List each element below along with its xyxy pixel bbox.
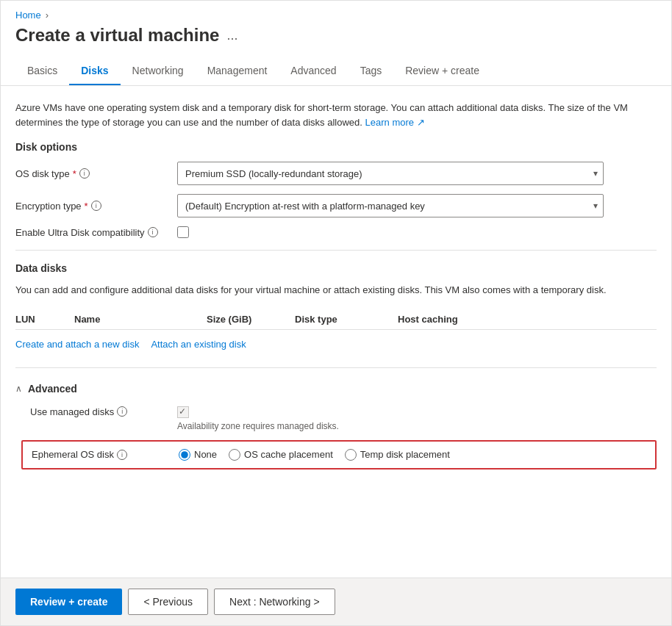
availability-note: Availability zone requires managed disks… xyxy=(177,421,339,431)
ultra-disk-label: Enable Ultra Disk compatibility i xyxy=(15,227,177,238)
os-disk-type-row: OS disk type * i Premium SSD (locally-re… xyxy=(15,162,657,185)
attach-existing-disk-button[interactable]: Attach an existing disk xyxy=(151,339,246,350)
os-disk-info-icon[interactable]: i xyxy=(79,168,90,179)
data-disks-table-header: LUN Name Size (GiB) Disk type Host cachi… xyxy=(15,309,657,330)
tab-basics[interactable]: Basics xyxy=(15,57,69,85)
ephemeral-os-cache-option[interactable]: OS cache placement xyxy=(229,449,333,461)
col-lun: LUN xyxy=(15,314,74,325)
ultra-disk-checkbox[interactable] xyxy=(177,226,189,238)
encryption-type-label: Encryption type * i xyxy=(15,201,177,212)
home-link[interactable]: Home xyxy=(15,10,41,21)
os-disk-type-wrapper: Premium SSD (locally-redundant storage) … xyxy=(177,162,604,185)
footer: Review + create < Previous Next : Networ… xyxy=(1,578,671,625)
managed-disks-row: Use managed disks i Availability zone re… xyxy=(15,406,657,431)
advanced-section: ∧ Advanced Use managed disks i Availabil… xyxy=(15,383,657,469)
separator-1 xyxy=(15,250,657,251)
ephemeral-temp-disk-radio[interactable] xyxy=(345,449,357,461)
ephemeral-os-label: Ephemeral OS disk i xyxy=(32,449,179,460)
main-content: Azure VMs have one operating system disk… xyxy=(1,86,671,578)
external-link-icon: ↗ xyxy=(417,117,425,128)
ephemeral-os-cache-radio[interactable] xyxy=(229,449,240,461)
os-disk-type-label: OS disk type * i xyxy=(15,168,177,179)
encryption-type-select[interactable]: (Default) Encryption at-rest with a plat… xyxy=(177,194,604,217)
disk-description: Azure VMs have one operating system disk… xyxy=(15,101,657,129)
separator-2 xyxy=(15,367,657,368)
disk-options-title: Disk options xyxy=(15,141,657,153)
ephemeral-none-radio[interactable] xyxy=(179,449,190,461)
managed-disks-info-icon[interactable]: i xyxy=(117,406,127,417)
page-title: Create a virtual machine xyxy=(15,25,219,46)
managed-disks-label: Use managed disks i xyxy=(30,406,177,417)
tab-review-create[interactable]: Review + create xyxy=(393,57,491,85)
col-host-caching: Host caching xyxy=(398,314,515,325)
tab-networking[interactable]: Networking xyxy=(121,57,196,85)
ephemeral-os-disk-row: Ephemeral OS disk i None OS cache placem… xyxy=(21,440,657,469)
ultra-disk-row: Enable Ultra Disk compatibility i xyxy=(15,226,657,238)
table-actions: Create and attach a new disk Attach an e… xyxy=(15,333,657,356)
ephemeral-temp-disk-option[interactable]: Temp disk placement xyxy=(345,449,450,461)
breadcrumb-separator: › xyxy=(46,10,49,21)
managed-disks-checkbox-disabled xyxy=(177,406,189,418)
previous-button[interactable]: < Previous xyxy=(128,589,208,615)
col-disk-type: Disk type xyxy=(295,314,398,325)
collapse-icon: ∧ xyxy=(15,384,22,394)
page-options-button[interactable]: ... xyxy=(226,28,237,43)
data-disks-section: Data disks You can add and configure add… xyxy=(15,262,657,356)
tab-tags[interactable]: Tags xyxy=(348,57,394,85)
col-size: Size (GiB) xyxy=(207,314,295,325)
review-create-button[interactable]: Review + create xyxy=(15,589,122,615)
create-attach-disk-button[interactable]: Create and attach a new disk xyxy=(15,339,139,350)
col-name: Name xyxy=(74,314,207,325)
description-text: Azure VMs have one operating system disk… xyxy=(15,102,628,128)
ultra-disk-info-icon[interactable]: i xyxy=(148,227,158,237)
os-disk-required-star: * xyxy=(73,168,76,179)
encryption-type-wrapper: (Default) Encryption at-rest with a plat… xyxy=(177,194,604,217)
ephemeral-info-icon[interactable]: i xyxy=(117,450,127,460)
encryption-type-row: Encryption type * i (Default) Encryption… xyxy=(15,194,657,217)
advanced-header[interactable]: ∧ Advanced xyxy=(15,383,657,395)
encryption-required-star: * xyxy=(85,201,88,212)
managed-disks-right: Availability zone requires managed disks… xyxy=(177,406,339,431)
tab-disks[interactable]: Disks xyxy=(69,57,120,85)
ephemeral-none-label: None xyxy=(194,449,217,460)
learn-more-link[interactable]: Learn more ↗ xyxy=(365,117,425,128)
ephemeral-radio-group: None OS cache placement Temp disk placem… xyxy=(179,449,450,461)
tab-advanced[interactable]: Advanced xyxy=(279,57,348,85)
tab-bar: Basics Disks Networking Management Advan… xyxy=(1,57,671,86)
encryption-info-icon[interactable]: i xyxy=(91,201,101,211)
ephemeral-none-option[interactable]: None xyxy=(179,449,217,461)
data-disks-title: Data disks xyxy=(15,262,657,274)
advanced-section-title: Advanced xyxy=(28,383,77,395)
ephemeral-temp-disk-label: Temp disk placement xyxy=(360,449,450,460)
ephemeral-os-cache-label: OS cache placement xyxy=(244,449,333,460)
breadcrumb: Home › xyxy=(1,1,671,25)
next-networking-button[interactable]: Next : Networking > xyxy=(214,589,335,615)
page-title-row: Create a virtual machine ... xyxy=(1,25,671,57)
tab-management[interactable]: Management xyxy=(196,57,279,85)
os-disk-type-select[interactable]: Premium SSD (locally-redundant storage) … xyxy=(177,162,604,185)
data-disks-description: You can add and configure additional dat… xyxy=(15,283,657,298)
